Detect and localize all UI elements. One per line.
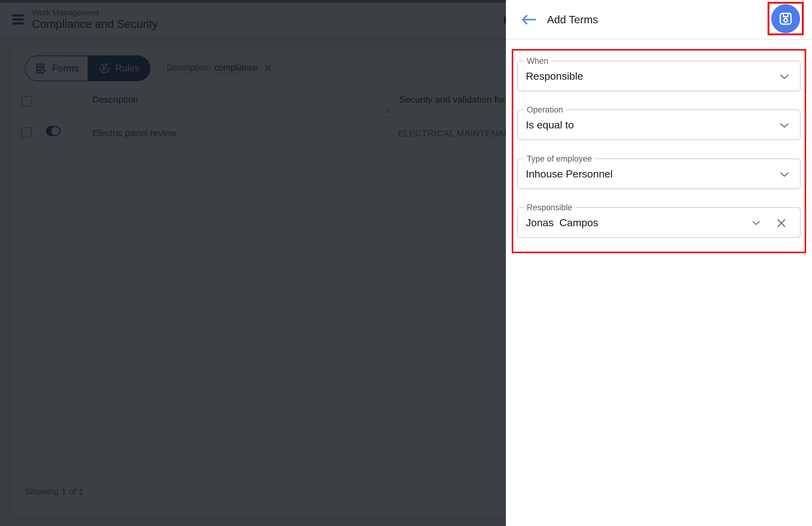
field-when[interactable]: When Responsible — [517, 61, 801, 91]
add-terms-panel: Add Terms When Responsible Operation Is … — [506, 0, 812, 526]
field-responsible[interactable]: Responsible Jonas Campos — [517, 207, 801, 238]
chevron-down-icon[interactable] — [780, 172, 789, 177]
save-floppy-icon — [778, 11, 793, 26]
chevron-down-icon[interactable] — [752, 221, 760, 225]
close-icon — [775, 217, 787, 229]
arrow-left-icon — [521, 14, 537, 25]
field-when-value: Responsible — [526, 61, 583, 91]
field-type-of-employee[interactable]: Type of employee Inhouse Personnel — [517, 158, 801, 189]
field-operation-value: Is equal to — [526, 110, 574, 140]
chevron-down-icon[interactable] — [780, 74, 789, 80]
save-button[interactable] — [771, 4, 800, 33]
panel-title: Add Terms — [547, 14, 598, 26]
field-operation[interactable]: Operation Is equal to — [517, 110, 801, 140]
back-button[interactable] — [519, 12, 538, 28]
field-responsible-value: Jonas Campos — [526, 208, 598, 237]
clear-responsible-button[interactable] — [775, 217, 787, 229]
chevron-down-icon[interactable] — [780, 123, 789, 128]
modal-backdrop[interactable] — [0, 0, 506, 526]
panel-header-divider — [506, 39, 812, 40]
field-type-of-employee-value: Inhouse Personnel — [526, 159, 613, 188]
